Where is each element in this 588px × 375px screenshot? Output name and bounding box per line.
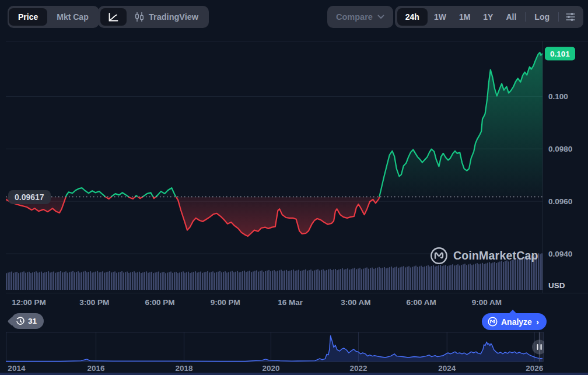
y-tick-label: 0.0940	[548, 250, 572, 258]
axis-unit-label: USD	[548, 281, 565, 289]
x-tick-label: 16 Mar	[278, 298, 303, 307]
plot-row: 0.09617 CoinMarketCap 0.1010.1000.09800.…	[6, 41, 588, 293]
history-count: 31	[28, 317, 37, 325]
divider	[525, 12, 526, 22]
history-icon	[16, 317, 25, 326]
range-button-1w[interactable]: 1W	[428, 8, 453, 26]
year-tick-label: 2016	[88, 364, 105, 373]
log-scale-button[interactable]: Log	[528, 8, 556, 26]
price-mktcap-toggle: Price Mkt Cap	[8, 6, 99, 28]
year-tick-label: 2018	[175, 364, 192, 373]
tradingview-label: TradingView	[149, 12, 198, 22]
year-tick-label: 2024	[438, 364, 456, 373]
y-tick-label: 0.0980	[548, 145, 572, 153]
x-tick-label: 12:00 PM	[12, 298, 46, 307]
range-button-1y[interactable]: 1Y	[477, 8, 499, 26]
main-chart-svg	[6, 41, 542, 293]
x-tick-label: 9:00 PM	[211, 298, 240, 307]
chart-type-toggle: TradingView	[98, 6, 209, 28]
tradingview-toggle[interactable]: TradingView	[128, 12, 208, 22]
year-tick-label: 2022	[349, 364, 367, 373]
analyze-button[interactable]: Analyze ›	[482, 313, 547, 330]
range-button-all[interactable]: All	[499, 8, 523, 26]
range-handle[interactable]	[532, 340, 544, 355]
x-tick-label: 6:00 PM	[145, 298, 175, 307]
last-price-badge: 0.101	[545, 47, 575, 60]
compare-label: Compare	[336, 12, 373, 22]
x-tick-label: 6:00 AM	[406, 298, 436, 307]
range-button-24h[interactable]: 24h	[397, 8, 428, 26]
line-chart-type-button[interactable]	[100, 8, 127, 26]
range-selector-group: 24h1W1M1YAllLog	[395, 6, 583, 28]
chart-settings-sliders-icon[interactable]	[565, 11, 576, 23]
candlestick-icon	[135, 12, 144, 22]
main-chart-plot[interactable]: 0.09617 CoinMarketCap	[6, 41, 543, 293]
range-button-1m[interactable]: 1M	[453, 8, 477, 26]
y-tick-label: 0.0960	[548, 197, 572, 206]
history-button[interactable]: 31	[6, 313, 44, 329]
y-tick-label: 0.100	[548, 92, 568, 101]
divider	[558, 12, 559, 22]
mini-chart-svg	[6, 331, 544, 363]
baseline-price-label: 0.09617	[8, 190, 51, 204]
bottom-page-edge	[0, 373, 588, 375]
price-tab[interactable]: Price	[9, 8, 47, 26]
analyze-chevron: ›	[536, 317, 539, 327]
x-tick-label: 3:00 PM	[79, 298, 109, 307]
x-tick-label: 3:00 AM	[341, 298, 370, 307]
year-tick-label: 2014	[8, 364, 25, 373]
time-axis[interactable]: 12:00 PM3:00 PM6:00 PM9:00 PM16 Mar3:00 …	[6, 293, 542, 311]
line-chart-icon	[108, 12, 119, 22]
compare-dropdown[interactable]: Compare	[327, 6, 393, 28]
chevron-down-icon	[377, 15, 384, 19]
mktcap-tab[interactable]: Mkt Cap	[47, 8, 97, 26]
cmc-logo-icon	[488, 317, 498, 327]
range-selector-chart[interactable]	[6, 331, 544, 363]
range-year-labels: 2014201620182020202220242026	[6, 363, 544, 373]
chart-toolbar: Price Mkt Cap TradingView Compare 24h1W1…	[0, 0, 588, 34]
analyze-label: Analyze	[501, 317, 532, 327]
price-axis[interactable]: 0.1010.1000.09800.09600.0940USD	[543, 41, 588, 293]
year-tick-label: 2020	[262, 364, 279, 373]
year-tick-label: 2026	[526, 364, 543, 373]
x-tick-label: 9:00 AM	[472, 298, 502, 307]
